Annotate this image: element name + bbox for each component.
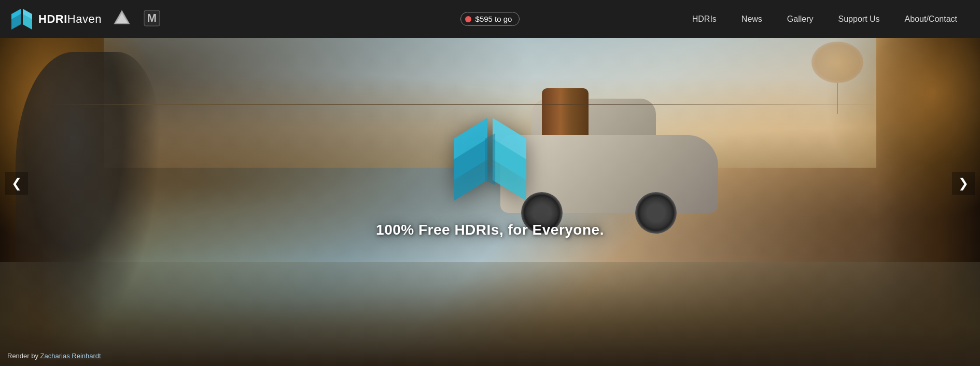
- navbar: HDRIHaven M $595 to go HDRIs News Galler…: [0, 0, 980, 38]
- hero-section: 100% Free HDRIs, for Everyone. ❮ ❯ Rende…: [0, 0, 980, 366]
- logo-icon: [10, 8, 33, 31]
- funding-amount: $595 to go: [475, 15, 512, 23]
- hero-prev-button[interactable]: ❮: [5, 172, 28, 195]
- logo-hdri: HDRI: [38, 12, 67, 25]
- render-credit-prefix: Render by: [7, 352, 40, 360]
- navbar-center: $595 to go: [460, 12, 520, 26]
- svg-marker-4: [485, 133, 495, 185]
- partner-icon-2[interactable]: M: [142, 8, 162, 30]
- funding-dot: [465, 16, 471, 22]
- navbar-right: HDRIs News Gallery Support Us About/Cont…: [520, 0, 970, 38]
- hero-tagline: 100% Free HDRIs, for Everyone.: [376, 222, 604, 238]
- balloon-string: [837, 83, 838, 114]
- hero-next-button[interactable]: ❯: [952, 172, 975, 195]
- logo-button[interactable]: HDRIHaven: [10, 8, 102, 31]
- nav-link-hdris[interactable]: HDRIs: [680, 0, 729, 38]
- navbar-left: HDRIHaven M: [10, 8, 460, 31]
- balloon: [799, 42, 876, 104]
- car-wheel-rear: [635, 192, 677, 234]
- person-silhouette: [16, 52, 161, 337]
- nav-link-about[interactable]: About/Contact: [892, 0, 970, 38]
- nav-link-gallery[interactable]: Gallery: [775, 0, 826, 38]
- rope: [0, 104, 980, 105]
- partner-icon-1[interactable]: [112, 8, 132, 30]
- nav-link-support[interactable]: Support Us: [826, 0, 892, 38]
- balloon-shape: [811, 42, 863, 83]
- logo-haven: Haven: [67, 12, 102, 25]
- render-credit: Render by Zacharias Reinhardt: [7, 352, 101, 360]
- logo-text: HDRIHaven: [38, 12, 102, 26]
- svg-text:M: M: [147, 11, 157, 24]
- hdri-haven-logo-hero: [438, 107, 542, 211]
- center-logo-group: 100% Free HDRIs, for Everyone.: [376, 107, 604, 238]
- render-credit-author-link[interactable]: Zacharias Reinhardt: [40, 352, 101, 360]
- nav-link-news[interactable]: News: [729, 0, 775, 38]
- funding-bar[interactable]: $595 to go: [460, 12, 520, 26]
